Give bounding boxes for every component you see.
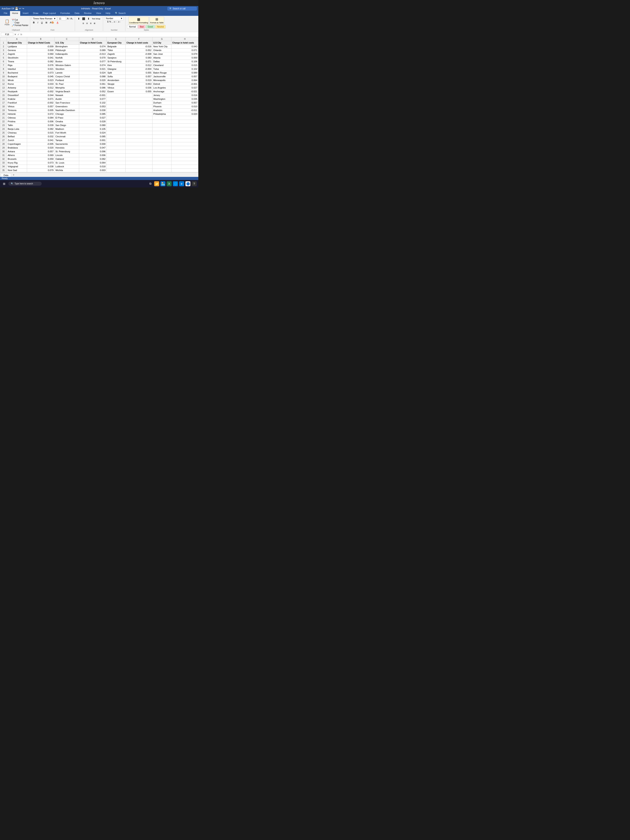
cell-a3[interactable]: Geneva [7,48,27,52]
cell-c21[interactable]: El Paso [54,116,79,120]
cell-e10[interactable]: Sofia [106,74,125,78]
align-right-button[interactable]: ≡ [89,21,93,25]
cut-button[interactable]: ✂️ Cut [12,19,28,21]
cell-g15[interactable]: Jersey [152,93,171,97]
cell-a2[interactable]: Ljubljana [7,44,27,48]
cell-g10[interactable]: Jacksonville [152,74,171,78]
cell-g34[interactable] [152,164,171,168]
align-top-button[interactable]: ⬆ [77,17,81,21]
cell-c29[interactable]: Honolulu [54,146,79,150]
cell-d3[interactable]: 0.089 [79,48,106,52]
cell-g28[interactable] [152,142,171,146]
cell-c22[interactable]: Omaha [54,120,79,123]
cell-d27[interactable]: 0.001 [79,138,106,142]
cell-f21[interactable] [125,116,152,120]
cell-g18[interactable]: Phoenix [152,104,171,108]
cell-a5[interactable]: Stockholm [7,56,27,60]
cell-b14[interactable]: -0.002 [27,90,54,93]
cell-d20[interactable]: 0.085 [79,112,106,116]
cell-d35[interactable]: 0.003 [79,168,106,172]
cell-g20[interactable]: Philadelphia [152,112,171,116]
cell-g25[interactable] [152,131,171,134]
cell-c6[interactable]: Boston [54,60,79,63]
cell-e32[interactable] [106,157,125,161]
cell-a20[interactable]: Helsinki [7,112,27,116]
cell-b24[interactable]: 0.082 [27,127,54,131]
tab-home[interactable]: Home [10,11,20,16]
cell-b26[interactable]: 0.032 [27,134,54,138]
cell-f33[interactable] [125,161,152,164]
bold-button[interactable]: B [32,21,36,24]
cell-e11[interactable]: Amsterdam [106,78,125,82]
cell-g17[interactable]: Durham [152,101,171,104]
cell-c20[interactable]: Chicago [54,112,79,116]
cell-a8[interactable]: Istanbul [7,67,27,71]
cell-f16[interactable] [125,97,152,101]
cell-a32[interactable]: Brussels [7,157,27,161]
dollar-button[interactable]: % [109,21,111,23]
cell-d9[interactable]: 0.024 [79,71,106,74]
cell-c4[interactable]: Indianapolis [54,52,79,56]
cell-b25[interactable]: 0.015 [27,131,54,134]
taskbar-icon-edge[interactable]: e [179,181,184,186]
cell-f18[interactable] [125,104,152,108]
cell-f23[interactable] [125,123,152,127]
cell-b16[interactable]: 0.071 [27,97,54,101]
cell-e7[interactable]: Kiev [106,63,125,67]
cell-a33[interactable]: Kryvy Rig [7,161,27,164]
cell-h23[interactable] [172,123,198,127]
style-neutral[interactable]: Neutral [155,25,166,28]
align-left-button[interactable]: ≡ [82,21,85,25]
cell-d6[interactable]: 0.077 [79,60,106,63]
cell-b17[interactable]: -0.002 [27,101,54,104]
tab-data[interactable]: Data [73,11,82,16]
cell-b11[interactable]: 0.023 [27,78,54,82]
cell-c32[interactable]: Oakland [54,157,79,161]
cell-h22[interactable] [172,120,198,123]
search-box[interactable]: 🔍 Search or call [167,7,197,10]
tab-file[interactable]: File [2,11,9,16]
cell-d26[interactable]: 0.085 [79,134,106,138]
cell-e17[interactable] [106,101,125,104]
cell-g23[interactable] [152,123,171,127]
cell-b28[interactable]: -0.005 [27,142,54,146]
cell-c8[interactable]: Stockton [54,67,79,71]
cell-b32[interactable]: 0.059 [27,157,54,161]
cell-a6[interactable]: Tirana [7,60,27,63]
cell-c28[interactable]: Sacramento [54,142,79,146]
cell-h9[interactable]: 0.089 [172,71,198,74]
cell-f13[interactable]: 0.036 [125,86,152,90]
cell-reference-box[interactable]: F18 [1,33,13,36]
cell-b3[interactable]: 0.000 [27,48,54,52]
cell-g1[interactable]: U.S City [152,41,171,44]
cell-c10[interactable]: Corpus Christi [54,74,79,78]
cell-e2[interactable]: Belgrade [106,44,125,48]
col-header-a[interactable]: A [7,37,27,41]
cell-a16[interactable]: Kraków [7,97,27,101]
cell-d10[interactable]: 0.088 [79,74,106,78]
cell-b1[interactable]: Change in Hotel Costs [27,41,54,44]
cell-a34[interactable]: Volgograd [7,164,27,168]
cell-g9[interactable]: Baton Rouge [152,71,171,74]
save-icon[interactable]: 💾 [15,7,18,10]
cell-c15[interactable]: Newark [54,93,79,97]
cell-f8[interactable]: -0.004 [125,67,152,71]
cell-g22[interactable] [152,120,171,123]
paste-button[interactable]: 📋 Paste [3,19,11,26]
cell-b22[interactable]: 0.006 [27,120,54,123]
cell-h13[interactable]: 0.027 [172,86,198,90]
cell-h10[interactable]: 0.057 [172,74,198,78]
cell-g5[interactable]: Atlanta [152,56,171,60]
cell-h28[interactable] [172,142,198,146]
cell-b6[interactable]: 0.082 [27,60,54,63]
cell-d19[interactable]: 0.030 [79,108,106,112]
cell-d1[interactable]: Change in Hotel Costs [79,41,106,44]
cell-a13[interactable]: Antwerp [7,86,27,90]
cell-b2[interactable]: -0.009 [27,44,54,48]
cell-g3[interactable]: Orlando [152,48,171,52]
cell-g27[interactable] [152,138,171,142]
cell-c5[interactable]: Norfolk [54,56,79,60]
cell-a27[interactable]: Zurich [7,138,27,142]
cell-f7[interactable]: 0.012 [125,63,152,67]
cell-c14[interactable]: Virginia Beach [54,90,79,93]
